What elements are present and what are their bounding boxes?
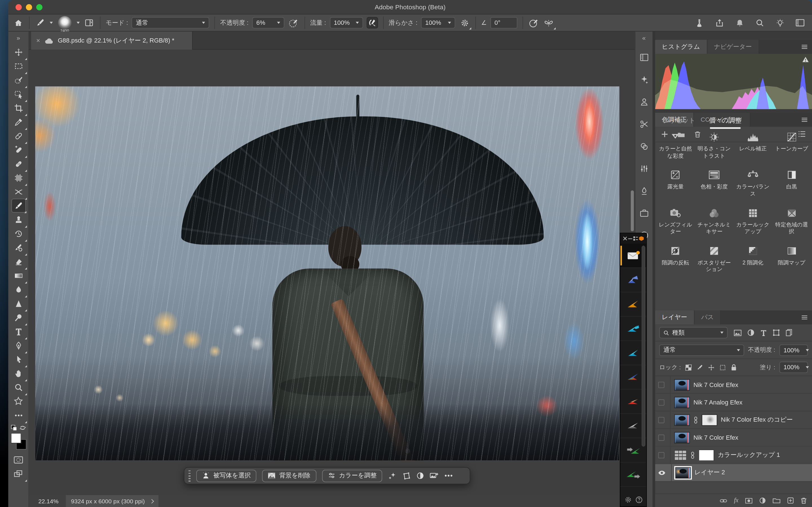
swap-colors-icon[interactable] — [19, 425, 26, 431]
layer-row-color-lookup[interactable]: カラールックアップ 1 — [655, 446, 812, 464]
eraser-tool-icon[interactable] — [11, 255, 26, 269]
layer-row-nik-color-efex-1[interactable]: Nik 7 Color Efex — [655, 376, 812, 393]
scissors-icon[interactable] — [636, 114, 652, 134]
vertical-scrollbar[interactable] — [631, 190, 634, 231]
flow-select[interactable]: 100% — [329, 17, 363, 29]
history-brush-tool-icon[interactable] — [11, 226, 26, 240]
spot-healing-tool-icon[interactable] — [11, 143, 26, 157]
adjustment-color-lookup[interactable]: カラールックアップ — [733, 206, 772, 236]
quick-mask-icon[interactable] — [11, 453, 26, 467]
lock-all-icon[interactable] — [730, 363, 737, 371]
remove-tool-icon[interactable] — [11, 129, 26, 143]
link-layers-icon[interactable] — [720, 498, 727, 503]
smoothing-select[interactable]: 100% — [421, 17, 455, 29]
pen-tool-icon[interactable] — [11, 338, 26, 352]
opacity-select[interactable]: 6% — [252, 17, 284, 29]
nik-minimize-icon[interactable] — [628, 238, 632, 239]
brush-preset-caret[interactable] — [77, 22, 80, 24]
patch-tool-icon[interactable] — [11, 171, 26, 185]
add-mask-icon[interactable] — [745, 497, 753, 504]
ai-sparkle-icon[interactable] — [636, 70, 652, 90]
pressure-size-icon[interactable] — [528, 17, 539, 29]
adjustment-color-vibrance[interactable]: カラーと自然な彩度 — [656, 130, 695, 161]
lock-artboard-icon[interactable] — [719, 364, 726, 371]
adjustment-selective-color[interactable]: 特定色域の選択 — [772, 206, 811, 236]
nik-settings-gear-icon[interactable] — [624, 496, 631, 503]
brush-tool-icon[interactable] — [35, 17, 46, 29]
notifications-bell-icon[interactable] — [734, 17, 745, 29]
layer-thumbnail[interactable] — [674, 379, 690, 390]
taskbar-more-icon[interactable]: ••• — [445, 472, 453, 480]
filter-shape-icon[interactable] — [772, 329, 780, 336]
type-tool-icon[interactable] — [11, 325, 26, 339]
foreground-color-swatch[interactable] — [11, 433, 21, 443]
equalizer-icon[interactable] — [636, 159, 652, 179]
airbrush-toggle-icon[interactable] — [366, 17, 378, 29]
adjustment-brightness-contrast[interactable]: 明るさ・コントラスト — [695, 130, 733, 161]
mixer-brush-tool-icon[interactable] — [11, 240, 26, 255]
tab-histogram[interactable]: ヒストグラム — [655, 40, 707, 54]
hand-tool-icon[interactable] — [11, 366, 26, 380]
tab-layers[interactable]: レイヤー — [655, 311, 694, 325]
adjustment-invert[interactable]: 階調の反転 — [656, 244, 695, 274]
content-aware-move-tool-icon[interactable] — [11, 185, 26, 199]
visibility-eye-icon[interactable] — [658, 470, 665, 475]
expand-panels-icon[interactable]: « — [642, 32, 646, 45]
zoom-window-button[interactable] — [36, 4, 43, 10]
character-panel-icon[interactable] — [636, 92, 652, 112]
close-window-button[interactable] — [15, 4, 22, 10]
add-image-icon[interactable] — [430, 472, 439, 480]
select-subject-button[interactable]: 被写体を選択 — [196, 469, 257, 482]
tab-paths[interactable]: パス — [695, 311, 721, 325]
taskbar-drag-handle[interactable] — [189, 470, 191, 482]
layer-opacity-select[interactable]: 100% — [779, 344, 808, 355]
share-icon[interactable] — [714, 17, 725, 29]
clone-stamp-tool-icon[interactable] — [11, 213, 26, 227]
layer-row-nik-analog-efex[interactable]: Nik 7 Analog Efex — [655, 394, 812, 411]
nik-grid-icon[interactable] — [633, 236, 638, 240]
adjustment-photo-filter[interactable]: レンズフィルター — [656, 206, 695, 236]
library-case-icon[interactable] — [636, 203, 652, 223]
sharpen-tool-icon[interactable] — [11, 296, 26, 311]
brush-angle-input[interactable]: 0° — [490, 17, 517, 29]
new-adjustment-icon[interactable] — [759, 497, 766, 504]
lock-position-icon[interactable] — [708, 364, 714, 371]
adjustment-gradient-map[interactable]: 階調マップ — [772, 244, 811, 274]
nik-close-icon[interactable] — [623, 236, 627, 240]
blend-mode-select[interactable]: 通常 — [132, 17, 209, 29]
transform-icon[interactable] — [403, 471, 411, 480]
subtab-individual[interactable]: 個々の調整 — [709, 116, 741, 125]
smoothing-gear-icon[interactable] — [459, 17, 470, 29]
presets-star-icon[interactable] — [11, 394, 26, 408]
path-select-tool-icon[interactable] — [11, 352, 26, 367]
adjustment-curves[interactable]: トーンカーブ — [772, 130, 811, 161]
visibility-checkbox[interactable] — [658, 399, 664, 405]
lock-transparency-icon[interactable] — [685, 364, 692, 371]
brush-settings-panel-icon[interactable] — [84, 17, 95, 29]
layer-thumbnail[interactable] — [674, 414, 690, 425]
filter-adjustment-icon[interactable] — [747, 329, 755, 336]
brush-tool-caret[interactable] — [50, 22, 53, 24]
visibility-checkbox[interactable] — [658, 434, 664, 441]
pressure-opacity-icon[interactable] — [288, 17, 299, 29]
close-document-icon[interactable]: × — [36, 37, 40, 45]
layer-row-nik-color-efex-copy[interactable]: Nik 7 Color Efex のコピー — [655, 411, 812, 429]
adjustment-hue-saturation[interactable]: 色相・彩度 — [695, 168, 733, 199]
adjustment-halfcircle-icon[interactable] — [416, 472, 424, 480]
subtab-presets[interactable]: プリセット — [662, 116, 695, 125]
layer-filter-select[interactable]: 種類 — [659, 327, 727, 338]
new-layer-icon[interactable] — [787, 497, 794, 504]
visibility-checkbox[interactable] — [658, 452, 664, 458]
adjustment-color-balance[interactable]: カラーバランス — [733, 168, 772, 199]
edit-toolbar-ellipsis-icon[interactable] — [11, 408, 26, 422]
layer-style-fx-icon[interactable]: fx — [734, 497, 739, 504]
nik-help-icon[interactable] — [635, 496, 643, 503]
layer-row-nik-color-efex-2[interactable]: Nik 7 Color Efex — [655, 429, 812, 446]
delete-layer-icon[interactable] — [801, 497, 807, 504]
color-lookup-layer-icon[interactable] — [674, 450, 687, 460]
document-tab[interactable]: × G88.psdc @ 22.1% (レイヤー 2, RGB/8) * — [31, 32, 193, 50]
discover-lightbulb-icon[interactable] — [774, 17, 785, 29]
toolbar-collapse-icon[interactable]: » — [8, 32, 29, 45]
layer-mask-thumbnail[interactable] — [699, 449, 714, 460]
layer-mask-thumbnail[interactable] — [702, 414, 717, 425]
